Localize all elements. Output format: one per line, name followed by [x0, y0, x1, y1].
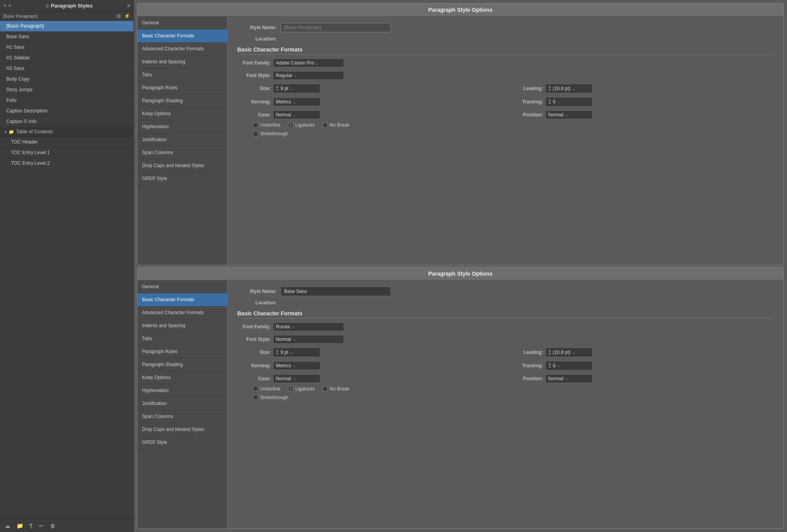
sidebar-item-basic-char-1[interactable]: Basic Character Formats — [137, 29, 227, 42]
panel-title-bar: ✕ ✕ ◇ Paragraph Styles ≡ — [0, 0, 133, 11]
paragraph-button[interactable]: ¶ — [28, 522, 34, 530]
sidebar-item-advanced-char-2[interactable]: Advanced Character Formats — [137, 306, 227, 319]
style-item-caption-description[interactable]: Caption Description — [0, 106, 133, 116]
sidebar-item-hyphenation-2[interactable]: Hyphenation — [137, 384, 227, 397]
relink-button[interactable]: ↩ — [37, 522, 45, 530]
case-control-2[interactable]: Normal ⌄ — [273, 374, 320, 383]
leading-down-2[interactable]: ▼ — [548, 352, 551, 355]
style-item-toc-level2[interactable]: TOC Entry Level 2 — [0, 158, 133, 169]
font-family-row-1: Font Family: Adobe Caslon Pro ⌄ — [237, 59, 502, 67]
position-control-1[interactable]: Normal ⌄ — [545, 110, 593, 119]
style-item-base-sans[interactable]: Base Sans — [0, 31, 133, 42]
ligatures-checkbox-2[interactable]: ✓ Ligatures — [288, 386, 314, 392]
sidebar-item-indents-2[interactable]: Indents and Spacing — [137, 319, 227, 332]
size-down-1[interactable]: ▼ — [276, 88, 279, 92]
style-item-story-jumps[interactable]: Story Jumps — [0, 85, 133, 95]
sidebar-item-span-cols-1[interactable]: Span Columns — [137, 146, 227, 159]
sidebar-item-justification-2[interactable]: Justification — [137, 397, 227, 410]
cloud-button[interactable]: ☁ — [3, 522, 12, 530]
font-family-label-1: Font Family: — [237, 60, 271, 66]
leading-row-2: Leading: ▲▼ (10.8 pt) ⌄ — [510, 348, 774, 357]
sidebar-item-drop-caps-2[interactable]: Drop Caps and Nested Styles — [137, 423, 227, 436]
sidebar-item-para-rules-1[interactable]: Paragraph Rules — [137, 81, 227, 94]
style-name-input-2[interactable] — [281, 287, 391, 296]
style-item-folio[interactable]: Folio — [0, 95, 133, 106]
delete-button[interactable]: 🗑 — [48, 522, 57, 530]
lightning-icon[interactable]: ⚡ — [124, 13, 130, 19]
sidebar-item-tabs-1[interactable]: Tabs — [137, 68, 227, 81]
style-name-input-1[interactable] — [281, 23, 391, 32]
sidebar-item-tabs-2[interactable]: Tabs — [137, 332, 227, 345]
leading-value-2: (10.8 pt) — [553, 350, 571, 355]
size-down-2[interactable]: ▼ — [276, 352, 279, 355]
kerning-row-1: Kerning: Metrics ⌄ — [237, 97, 502, 107]
font-family-value-2: Runda — [276, 324, 290, 330]
group-item-toc[interactable]: ▾ 📁 Table of Contents — [0, 127, 133, 137]
sidebar-item-advanced-char-1[interactable]: Advanced Character Formats — [137, 42, 227, 55]
style-item-toc-level1[interactable]: TOC Entry Level 1 — [0, 147, 133, 158]
sidebar-item-hyphenation-1[interactable]: Hyphenation — [137, 120, 227, 133]
tracking-down-2[interactable]: ▼ — [548, 366, 551, 369]
strikethrough-checkbox-1[interactable]: Strikethrough — [253, 131, 288, 136]
sidebar-item-grep-style-2[interactable]: GREP Style — [137, 436, 227, 449]
sidebar-item-para-shading-2[interactable]: Paragraph Shading — [137, 358, 227, 371]
sidebar-item-general-2[interactable]: General — [137, 280, 227, 293]
position-control-2[interactable]: Normal ⌄ — [545, 374, 593, 383]
sidebar-item-indents-1[interactable]: Indents and Spacing — [137, 55, 227, 68]
diamond-icon: ◇ — [46, 4, 49, 8]
underline-checkbox-1[interactable]: Underline — [253, 122, 280, 128]
dialog-body-1: General Basic Character Formats Advanced… — [137, 17, 783, 265]
sidebar-item-span-cols-2[interactable]: Span Columns — [137, 410, 227, 423]
sidebar-item-keep-options-2[interactable]: Keep Options — [137, 371, 227, 384]
style-item-h1-sidebar[interactable]: H1 Sidebar — [0, 53, 133, 63]
sidebar-item-basic-char-2[interactable]: Basic Character Formats — [137, 293, 227, 306]
ligatures-checkbox-1[interactable]: ✓ Ligatures — [288, 122, 314, 128]
no-break-checkbox-2[interactable]: No Break — [323, 386, 349, 392]
sidebar-item-grep-style-1[interactable]: GREP Style — [137, 172, 227, 185]
size-control-1[interactable]: ▲▼ 9 pt ⌄ — [273, 84, 320, 93]
kerning-control-1[interactable]: Metrics ⌄ — [273, 98, 320, 106]
font-style-row-1: Font Style: Regular ⌄ — [237, 71, 502, 80]
checkbox-row-2b: Strikethrough — [253, 395, 774, 400]
style-item-toc-header[interactable]: TOC Header — [0, 137, 133, 147]
tracking-down-1[interactable]: ▼ — [548, 102, 551, 105]
style-item-caption-info[interactable]: Caption © Info — [0, 116, 133, 127]
leading-row-1: Leading: ▲▼ (10.8 pt) ⌄ — [510, 84, 774, 93]
size-value-1: 9 pt — [281, 86, 288, 91]
checkbox-row-2a: Underline ✓ Ligatures No Break — [253, 386, 774, 392]
sidebar-item-para-shading-1[interactable]: Paragraph Shading — [137, 94, 227, 107]
sidebar-item-keep-options-1[interactable]: Keep Options — [137, 107, 227, 120]
leading-down-1[interactable]: ▼ — [548, 88, 551, 92]
ligatures-label-1: Ligatures — [295, 122, 314, 128]
sidebar-item-justification-1[interactable]: Justification — [137, 133, 227, 146]
ligatures-label-2: Ligatures — [295, 386, 314, 392]
strikethrough-checkbox-2[interactable]: Strikethrough — [253, 395, 288, 400]
location-label-1: Location: — [237, 36, 281, 42]
style-item-body-copy[interactable]: Body Copy — [0, 74, 133, 85]
font-family-control-1[interactable]: Adobe Caslon Pro ⌄ — [273, 59, 344, 67]
panel-menu-icon[interactable]: ≡ — [127, 2, 130, 9]
leading-control-1[interactable]: ▲▼ (10.8 pt) ⌄ — [545, 84, 593, 93]
font-family-control-2[interactable]: Runda ⌄ — [273, 322, 344, 331]
style-item-h1-sans[interactable]: H1 Sans — [0, 42, 133, 53]
tracking-control-2[interactable]: ▲▼ 0 ⌄ — [545, 361, 593, 370]
folder-button[interactable]: 📁 — [15, 522, 25, 530]
tracking-control-1[interactable]: ▲▼ 0 ⌄ — [545, 97, 593, 107]
size-control-2[interactable]: ▲▼ 9 pt ⌄ — [273, 348, 320, 357]
font-style-control-2[interactable]: Normal ⌄ — [273, 335, 344, 344]
add-style-icon[interactable]: ⊞ — [116, 13, 121, 19]
size-dropdown-arrow-1: ⌄ — [290, 87, 293, 91]
sidebar-item-para-rules-2[interactable]: Paragraph Rules — [137, 345, 227, 358]
style-item-basic-paragraph[interactable]: [Basic Paragraph] — [0, 21, 133, 31]
font-style-control-1[interactable]: Regular ⌄ — [273, 71, 344, 80]
sidebar-item-drop-caps-1[interactable]: Drop Caps and Nested Styles — [137, 159, 227, 172]
leading-control-2[interactable]: ▲▼ (10.8 pt) ⌄ — [545, 348, 593, 357]
dialog-window-2: Paragraph Style Options General Basic Ch… — [137, 267, 784, 529]
case-control-1[interactable]: Normal ⌄ — [273, 110, 320, 119]
kerning-control-2[interactable]: Metrics ⌄ — [273, 361, 320, 370]
underline-checkbox-2[interactable]: Underline — [253, 386, 280, 392]
sidebar-item-general-1[interactable]: General — [137, 17, 227, 29]
no-break-checkbox-1[interactable]: No Break — [323, 122, 349, 128]
close-icon[interactable]: ✕ ✕ — [3, 3, 11, 8]
style-item-h2-sans[interactable]: H2 Sans — [0, 63, 133, 74]
